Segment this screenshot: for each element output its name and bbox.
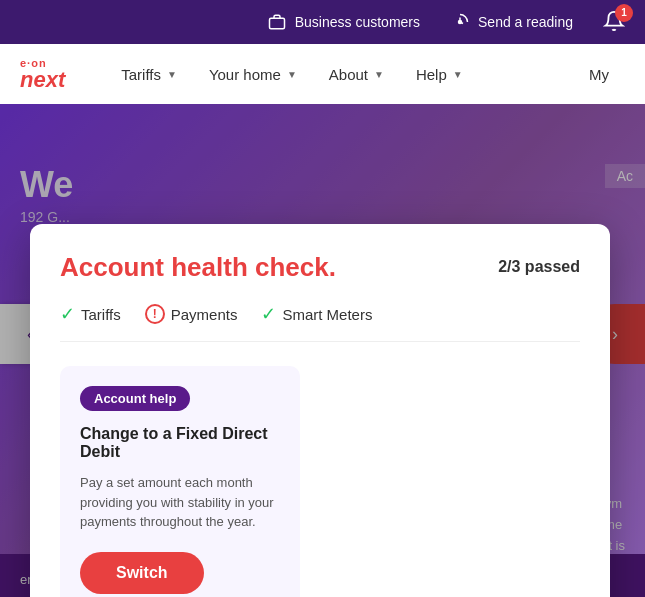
- logo[interactable]: e·on next: [20, 57, 65, 91]
- logo-next: next: [20, 69, 65, 91]
- check-payments: ! Payments: [145, 304, 238, 324]
- modal-overlay: Account health check. 2/3 passed ✓ Tarif…: [0, 104, 645, 597]
- nav-items: Tariffs ▼ Your home ▼ About ▼ Help ▼ My: [105, 44, 625, 104]
- chevron-down-icon: ▼: [167, 69, 177, 80]
- page-background: We 192 G... Ac ‹ › t paym payme ment is …: [0, 104, 645, 597]
- chevron-down-icon: ▼: [374, 69, 384, 80]
- nav-help[interactable]: Help ▼: [400, 44, 479, 104]
- checks-row: ✓ Tariffs ! Payments ✓ Smart Meters: [60, 303, 580, 342]
- business-customers-link[interactable]: Business customers: [267, 12, 420, 32]
- top-bar: Business customers Send a reading 1: [0, 0, 645, 44]
- nav-about[interactable]: About ▼: [313, 44, 400, 104]
- check-smart-meters-label: Smart Meters: [282, 306, 372, 323]
- main-nav: e·on next Tariffs ▼ Your home ▼ About ▼ …: [0, 44, 645, 104]
- check-smart-meters: ✓ Smart Meters: [261, 303, 372, 325]
- svg-rect-0: [269, 18, 284, 29]
- help-card: Account help Change to a Fixed Direct De…: [60, 366, 300, 597]
- business-customers-label: Business customers: [295, 14, 420, 30]
- check-pass-icon: ✓: [60, 303, 75, 325]
- chevron-down-icon: ▼: [453, 69, 463, 80]
- modal-card: Account health check. 2/3 passed ✓ Tarif…: [30, 224, 610, 597]
- check-tariffs-label: Tariffs: [81, 306, 121, 323]
- nav-tariffs[interactable]: Tariffs ▼: [105, 44, 193, 104]
- check-payments-label: Payments: [171, 306, 238, 323]
- help-title: Change to a Fixed Direct Debit: [80, 425, 280, 461]
- nav-your-home[interactable]: Your home ▼: [193, 44, 313, 104]
- passed-badge: 2/3 passed: [498, 258, 580, 276]
- check-warn-icon: !: [145, 304, 165, 324]
- nav-my[interactable]: My: [573, 44, 625, 104]
- briefcase-icon: [267, 12, 287, 32]
- check-pass-icon: ✓: [261, 303, 276, 325]
- notification-badge: 1: [615, 4, 633, 22]
- modal-title: Account health check.: [60, 252, 336, 283]
- send-reading-link[interactable]: Send a reading: [450, 12, 573, 32]
- send-reading-label: Send a reading: [478, 14, 573, 30]
- switch-button[interactable]: Switch: [80, 552, 204, 594]
- modal-header: Account health check. 2/3 passed: [60, 252, 580, 283]
- check-tariffs: ✓ Tariffs: [60, 303, 121, 325]
- notification-button[interactable]: 1: [603, 10, 625, 35]
- meter-icon: [450, 12, 470, 32]
- svg-point-1: [459, 21, 462, 24]
- chevron-down-icon: ▼: [287, 69, 297, 80]
- help-description: Pay a set amount each month providing yo…: [80, 473, 280, 532]
- help-badge: Account help: [80, 386, 190, 411]
